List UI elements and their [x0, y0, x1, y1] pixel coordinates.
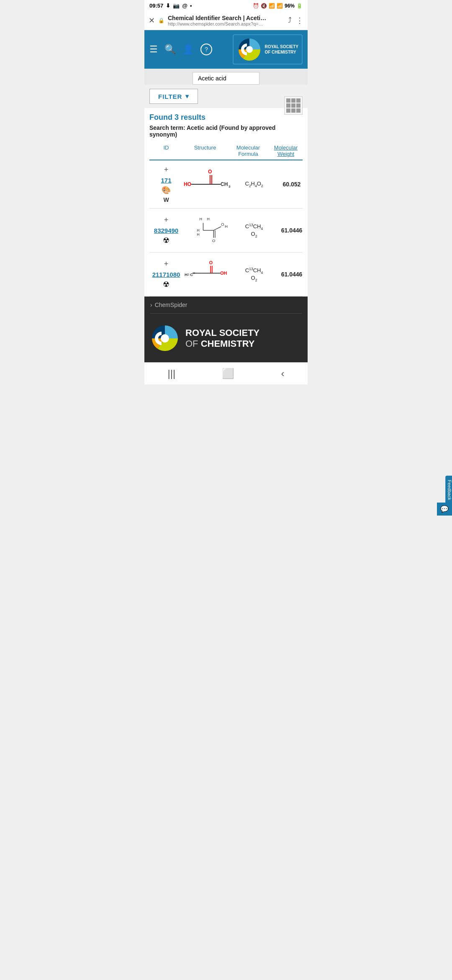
filter-button[interactable]: FILTER ▾	[149, 89, 198, 104]
search-term-prefix: Search term:	[149, 124, 187, 131]
row-id-col: + 21171080 ☢	[149, 260, 183, 289]
col-weight[interactable]: MolecularWeight	[269, 144, 303, 157]
compound-link-8329490[interactable]: 8329490	[154, 227, 178, 234]
grid-toggle[interactable]	[284, 96, 303, 115]
col-formula: MolecularFormula	[227, 144, 269, 157]
svg-text:3: 3	[229, 185, 231, 188]
row-formula-1: C2H4O2	[233, 181, 275, 188]
bottom-nav: ||| ⬜ ‹	[144, 362, 308, 384]
browser-actions: ⤴ ⋮	[288, 16, 303, 25]
table-header: ID Structure MolecularFormula MolecularW…	[149, 142, 303, 160]
menu-icon[interactable]: ☰	[149, 44, 158, 55]
battery-percent: 96%	[285, 3, 295, 9]
status-right: ⏰ 🔇 📶 📶 96% 🔋	[253, 3, 303, 9]
rsc-logo-badge: ROYAL SOCIETYOF CHEMISTRY	[233, 34, 303, 64]
row-id-col: + 171 🎨 W	[149, 165, 183, 203]
more-icon[interactable]: ⋮	[296, 16, 303, 25]
radioactive-icon: ☢	[163, 280, 170, 289]
status-left: 09:57 ⬇ 📷 @ •	[149, 3, 192, 9]
mute-icon: 🔇	[261, 3, 267, 9]
svg-text:H: H	[185, 272, 187, 277]
row-formula-2: C13CH4O2	[233, 223, 275, 238]
status-time: 09:57	[149, 3, 163, 9]
close-icon[interactable]: ✕	[149, 16, 155, 25]
nav-header: ☰ 🔍 👤 ? ROYAL SOCIETYOF CHEMISTRY	[144, 30, 308, 69]
svg-text:HO: HO	[184, 181, 191, 187]
row-weight-1: 60.052	[275, 181, 308, 188]
svg-text:H: H	[200, 217, 202, 221]
user-icon[interactable]: 👤	[182, 44, 194, 55]
grid-dot	[296, 108, 300, 113]
compound-link-171[interactable]: 171	[161, 177, 171, 184]
row-weight-3: 61.0446	[275, 271, 308, 278]
search-input[interactable]	[193, 72, 259, 85]
footer: › ChemSpider ROYAL SOCIETY OF CHEMISTRY	[144, 297, 308, 362]
rsc-logo-icon	[237, 37, 262, 62]
compound-link-21171080[interactable]: 21171080	[152, 271, 180, 278]
row-structure-1: O HO CH 3	[183, 168, 233, 201]
download-icon: ⬇	[166, 3, 170, 9]
search-icon[interactable]: 🔍	[164, 44, 176, 55]
results-search-term: Search term: Acetic acid (Found by appro…	[149, 124, 303, 138]
row-weight-2: 61.0446	[275, 227, 308, 234]
dot-icon: •	[190, 3, 192, 9]
status-bar: 09:57 ⬇ 📷 @ • ⏰ 🔇 📶 📶 96% 🔋	[144, 0, 308, 11]
footer-rsc-text: ROYAL SOCIETY OF CHEMISTRY	[185, 328, 259, 350]
structure-svg-1: O HO CH 3	[183, 168, 233, 201]
svg-text:H: H	[197, 232, 199, 237]
filter-area: FILTER ▾	[144, 85, 308, 108]
nav-back-icon[interactable]: ‹	[281, 368, 284, 379]
table-row: + 21171080 ☢ O OH H 3 C 13	[149, 253, 303, 297]
svg-text:O: O	[212, 238, 216, 243]
row-structure-3: O OH H 3 C 13	[183, 258, 233, 291]
col-id: ID	[149, 144, 183, 157]
filter-label: FILTER	[158, 93, 182, 100]
footer-rsc-line1: ROYAL SOCIETY	[185, 328, 259, 338]
grid-dot	[291, 103, 295, 108]
svg-text:H: H	[207, 217, 209, 221]
grid-dot	[296, 98, 300, 103]
rsc-footer-logo	[150, 324, 180, 353]
svg-point-35	[161, 334, 169, 343]
instagram-icon: 📷	[173, 3, 180, 9]
expand-icon[interactable]: +	[164, 216, 169, 224]
svg-text:13: 13	[193, 271, 195, 274]
grid-dot	[296, 103, 300, 108]
svg-point-1	[246, 46, 253, 53]
rsc-logo-text: ROYAL SOCIETYOF CHEMISTRY	[265, 44, 298, 55]
table-row: + 8329490 ☢ H H O H O H	[149, 209, 303, 253]
grid-dot	[286, 103, 290, 108]
help-icon[interactable]: ?	[200, 44, 212, 55]
nav-home-icon[interactable]: ⬜	[222, 368, 234, 379]
footer-rsc-chemistry: CHEMISTRY	[201, 338, 255, 349]
svg-text:3: 3	[187, 273, 189, 276]
wikipedia-icon: W	[163, 196, 169, 203]
chevron-right-icon: ›	[150, 302, 152, 308]
structure-svg-3: O OH H 3 C 13	[183, 258, 233, 291]
chemspider-label: ChemSpider	[155, 302, 187, 308]
svg-text:O: O	[209, 260, 213, 265]
results-count: Found 3 results	[149, 113, 303, 122]
browser-bar: ✕ 🔒 Chemical Identifier Search | Aceti… …	[144, 11, 308, 30]
expand-icon[interactable]: +	[164, 165, 169, 174]
nav-menu-icon[interactable]: |||	[168, 368, 176, 379]
footer-rsc-of: OF	[185, 338, 201, 349]
search-area	[144, 69, 308, 85]
footer-chemspider-link[interactable]: › ChemSpider	[150, 302, 302, 314]
signal-icon: 📶	[277, 3, 283, 9]
svg-text:O: O	[208, 169, 212, 175]
grid-dot	[286, 108, 290, 113]
svg-text:CH: CH	[221, 181, 228, 187]
results-area: Found 3 results Search term: Acetic acid…	[144, 108, 308, 297]
row-structure-2: H H O H O H H	[183, 214, 233, 247]
svg-text:O: O	[221, 222, 224, 227]
browser-url-block: Chemical Identifier Search | Aceti… http…	[168, 15, 285, 26]
svg-text:H: H	[225, 224, 228, 229]
col-structure: Structure	[183, 144, 227, 157]
alarm-icon: ⏰	[253, 3, 259, 9]
expand-icon[interactable]: +	[164, 260, 169, 268]
at-icon: @	[182, 3, 187, 9]
share-icon[interactable]: ⤴	[288, 16, 292, 25]
svg-text:OH: OH	[220, 271, 227, 276]
table-row: + 171 🎨 W O HO CH 3	[149, 160, 303, 209]
